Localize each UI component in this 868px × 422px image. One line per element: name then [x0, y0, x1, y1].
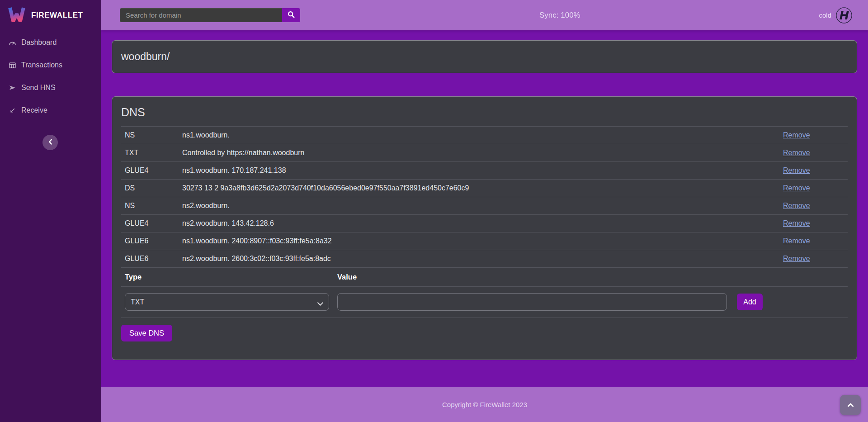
send-icon: [8, 85, 16, 90]
dns-record-row: TXTControlled by https://nathan.woodburn…: [121, 144, 848, 161]
sidebar: FIREWALLET Dashboard Transactions: [0, 0, 101, 422]
domain-header-card: woodburn/: [112, 40, 857, 73]
dns-record-row: DS30273 13 2 9a3a8fb3d625d2a2073d740f10d…: [121, 179, 848, 197]
record-value: ns1.woodburn. 2400:8907::f03c:93ff:fe5a:…: [182, 237, 783, 245]
record-type: DS: [125, 184, 182, 192]
sidebar-item-label: Receive: [21, 106, 47, 114]
record-value: ns2.woodburn.: [182, 202, 783, 210]
sidebar-item-receive[interactable]: Receive: [0, 99, 101, 122]
handshake-logo-icon[interactable]: H: [835, 7, 853, 24]
footer: Copyright © FireWallet 2023: [101, 387, 868, 422]
firewallet-w-logo-icon: [7, 5, 26, 26]
record-type: GLUE4: [125, 219, 182, 228]
receive-arrow-icon: [8, 108, 16, 114]
remove-record-link[interactable]: Remove: [783, 166, 810, 174]
dns-form-header: Type Value: [121, 267, 848, 287]
sidebar-item-label: Send HNS: [21, 84, 56, 92]
record-type-select[interactable]: TXT: [125, 293, 329, 311]
search-icon: [288, 11, 295, 19]
dns-record-row: NSns1.woodburn.Remove: [121, 126, 848, 144]
main-content: woodburn/ DNS NSns1.woodburn.RemoveTXTCo…: [101, 30, 868, 387]
copyright-text: Copyright © FireWallet 2023: [442, 401, 527, 408]
save-dns-button[interactable]: Save DNS: [121, 325, 172, 341]
record-type: NS: [125, 131, 182, 139]
dns-add-row: TXT Add: [121, 287, 848, 318]
remove-record-link[interactable]: Remove: [783, 184, 810, 192]
sidebar-item-dashboard[interactable]: Dashboard: [0, 31, 101, 54]
record-type: GLUE6: [125, 237, 182, 245]
remove-record-link[interactable]: Remove: [783, 237, 810, 245]
value-column-header: Value: [337, 273, 357, 281]
dns-section-title: DNS: [121, 106, 848, 119]
brand-name: FIREWALLET: [31, 11, 83, 20]
chevron-left-icon: [48, 139, 52, 146]
record-type: GLUE4: [125, 166, 182, 175]
dns-record-row: GLUE6ns2.woodburn. 2600:3c02::f03c:93ff:…: [121, 250, 848, 267]
record-value: ns2.woodburn. 143.42.128.6: [182, 219, 783, 228]
record-value-input[interactable]: [337, 293, 727, 311]
sync-status: Sync: 100%: [539, 11, 580, 20]
dns-record-row: GLUE6ns1.woodburn. 2400:8907::f03c:93ff:…: [121, 232, 848, 250]
record-type: GLUE6: [125, 255, 182, 263]
wallet-mode-label: cold: [819, 11, 831, 19]
wallet-status-group: cold H: [819, 7, 853, 24]
sidebar-item-label: Dashboard: [21, 38, 57, 47]
record-value: ns1.woodburn.: [182, 131, 783, 139]
dashboard-gauge-icon: [8, 40, 16, 46]
record-value: ns2.woodburn. 2600:3c02::f03c:93ff:fe5a:…: [182, 255, 783, 263]
sidebar-item-label: Transactions: [21, 61, 62, 69]
topbar: Sync: 100% cold H: [101, 0, 868, 30]
chevron-up-icon: [848, 402, 854, 408]
dns-record-row: GLUE4ns1.woodburn. 170.187.241.138Remove: [121, 161, 848, 179]
search-button[interactable]: [282, 8, 300, 22]
svg-text:H: H: [838, 8, 850, 22]
sidebar-item-transactions[interactable]: Transactions: [0, 54, 101, 76]
remove-record-link[interactable]: Remove: [783, 149, 810, 156]
sidebar-collapse-button[interactable]: [42, 135, 58, 150]
add-record-button[interactable]: Add: [737, 294, 763, 310]
remove-record-link[interactable]: Remove: [783, 219, 810, 227]
record-value: ns1.woodburn. 170.187.241.138: [182, 166, 783, 175]
brand[interactable]: FIREWALLET: [0, 0, 101, 30]
record-type: NS: [125, 202, 182, 210]
dns-card: DNS NSns1.woodburn.RemoveTXTControlled b…: [112, 96, 857, 360]
type-column-header: Type: [125, 273, 337, 281]
record-value: Controlled by https://nathan.woodburn: [182, 149, 783, 157]
scroll-to-top-button[interactable]: [840, 395, 861, 415]
page-title: woodburn/: [121, 51, 170, 63]
record-type: TXT: [125, 149, 182, 157]
search-input[interactable]: [120, 8, 282, 22]
remove-record-link[interactable]: Remove: [783, 202, 810, 209]
domain-search: [120, 8, 300, 22]
dns-record-row: GLUE4ns2.woodburn. 143.42.128.6Remove: [121, 214, 848, 232]
remove-record-link[interactable]: Remove: [783, 255, 810, 262]
record-value: 30273 13 2 9a3a8fb3d625d2a2073d740f10da6…: [182, 184, 783, 192]
sidebar-item-send-hns[interactable]: Send HNS: [0, 76, 101, 99]
dns-record-row: NSns2.woodburn.Remove: [121, 197, 848, 214]
transactions-table-icon: [8, 62, 16, 68]
remove-record-link[interactable]: Remove: [783, 131, 810, 139]
dns-records-table: NSns1.woodburn.RemoveTXTControlled by ht…: [121, 126, 848, 267]
sidebar-nav: Dashboard Transactions Send HNS: [0, 31, 101, 122]
